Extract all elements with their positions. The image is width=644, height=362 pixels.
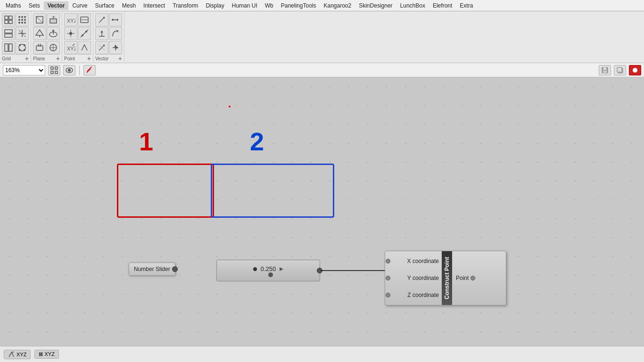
- vector-icon-1[interactable]: [95, 13, 108, 26]
- vector-label: Vector +: [95, 54, 122, 63]
- svg-point-49: [85, 31, 87, 33]
- svg-rect-77: [603, 71, 607, 73]
- pen-btn[interactable]: [83, 65, 96, 75]
- number-slider-node[interactable]: Number Slider: [129, 263, 175, 276]
- svg-point-48: [82, 34, 83, 36]
- grid-icon-3[interactable]: [2, 27, 15, 40]
- svg-line-85: [12, 352, 14, 357]
- grid-icon-1[interactable]: [2, 13, 15, 26]
- vector-icons-row2: [95, 41, 122, 54]
- menu-surface[interactable]: Surface: [91, 1, 118, 10]
- svg-rect-27: [50, 19, 57, 23]
- svg-rect-68: [51, 67, 53, 69]
- svg-point-11: [21, 22, 23, 24]
- plane-icon-1[interactable]: [33, 13, 46, 26]
- record-btn[interactable]: [629, 65, 641, 75]
- vector-icon-3[interactable]: [95, 27, 108, 40]
- point-label: Point +: [64, 54, 91, 63]
- menu-mesh[interactable]: Mesh: [118, 1, 140, 10]
- plane-icon-6[interactable]: [47, 41, 60, 54]
- menu-skindesigner[interactable]: SkinDesigner: [355, 1, 396, 10]
- status-bar: XYZ ⊠ XYZ: [0, 346, 644, 362]
- menu-curve[interactable]: Curve: [68, 1, 91, 10]
- plane-icon-2[interactable]: [47, 13, 60, 26]
- grid-icons: [2, 13, 29, 40]
- svg-rect-69: [55, 67, 58, 69]
- menu-maths[interactable]: Maths: [2, 1, 25, 10]
- slider-value-text: 0.250: [261, 265, 276, 272]
- construct-point-node[interactable]: X coordinate Y coordinate Z coordinate C…: [385, 251, 506, 305]
- x-coordinate-row: X coordinate: [388, 256, 439, 266]
- zoom-select[interactable]: 163%: [3, 65, 45, 75]
- construct-point-inputs: X coordinate Y coordinate Z coordinate: [385, 251, 442, 305]
- x-coordinate-label: X coordinate: [407, 258, 439, 264]
- vector-icon-6[interactable]: [109, 41, 122, 54]
- status-coords-widget[interactable]: ⊠ XYZ: [34, 350, 58, 359]
- menu-elefront[interactable]: Elefront: [429, 1, 456, 10]
- grid-label: Grid +: [2, 54, 29, 63]
- menu-sets[interactable]: Sets: [25, 1, 44, 10]
- point-icon-4[interactable]: [78, 27, 91, 40]
- point-icon-6[interactable]: [78, 41, 91, 54]
- grid-icon-2[interactable]: [16, 13, 29, 26]
- plane-icon-3[interactable]: [33, 27, 46, 40]
- menu-transform[interactable]: Transform: [169, 1, 202, 10]
- menu-extra[interactable]: Extra: [456, 1, 477, 10]
- vector-add-btn[interactable]: +: [118, 55, 122, 62]
- copy-btn[interactable]: [614, 65, 626, 75]
- point-icon-5[interactable]: XYZ: [64, 41, 77, 54]
- point-add-btn[interactable]: +: [87, 55, 91, 62]
- point-icon-3[interactable]: [64, 27, 77, 40]
- menu-intersect[interactable]: Intersect: [140, 1, 169, 10]
- menu-panelingtools[interactable]: PanelingTools: [277, 1, 320, 10]
- vector-icons: [95, 13, 122, 40]
- svg-text:XYZ: XYZ: [67, 18, 75, 24]
- svg-rect-35: [36, 46, 43, 50]
- svg-point-9: [24, 19, 26, 21]
- plane-icon-5[interactable]: [33, 41, 46, 54]
- slider-value-widget[interactable]: 0.250: [216, 260, 320, 281]
- vector-icon-2[interactable]: [109, 13, 122, 26]
- slider-thumb[interactable]: [268, 272, 273, 277]
- menu-kangaroo2[interactable]: Kangaroo2: [320, 1, 355, 10]
- grid-icon-4[interactable]: [16, 27, 29, 40]
- blue-selection-box: [211, 164, 334, 218]
- svg-line-47: [81, 30, 88, 37]
- plane-icon-4[interactable]: [47, 27, 60, 40]
- svg-text:XYZ: XYZ: [67, 46, 75, 51]
- slider-dot-icon: [253, 267, 257, 271]
- svg-point-73: [68, 69, 71, 72]
- plane-add-btn[interactable]: +: [56, 55, 60, 62]
- vector-icon-5[interactable]: [95, 41, 108, 54]
- canvas-area[interactable]: 1 2 Number Slider 0.250 X coordin: [0, 77, 644, 346]
- toolbar-group-plane: Plane +: [31, 11, 62, 63]
- y-input-port: [386, 276, 390, 280]
- separator: [79, 66, 80, 75]
- connection-line: [0, 77, 644, 346]
- grid-icon-6[interactable]: [16, 41, 29, 54]
- menu-humanui[interactable]: Human UI: [228, 1, 261, 10]
- eye-btn[interactable]: [63, 65, 75, 75]
- menu-vector[interactable]: Vector: [44, 1, 69, 10]
- plane-icons-row2: [33, 41, 60, 54]
- svg-rect-79: [617, 67, 622, 72]
- vector-icon-4[interactable]: [109, 27, 122, 40]
- grid-add-btn[interactable]: +: [25, 55, 29, 62]
- point-icon-2[interactable]: [78, 13, 91, 26]
- save-btn[interactable]: [599, 65, 611, 75]
- y-coordinate-label: Y coordinate: [407, 275, 439, 281]
- svg-marker-67: [116, 46, 118, 49]
- menu-wb[interactable]: Wb: [261, 1, 277, 10]
- fit-view-btn[interactable]: [48, 65, 60, 75]
- menu-lunchbox[interactable]: LunchBox: [396, 1, 429, 10]
- point-icon-1[interactable]: XYZ: [64, 13, 77, 26]
- svg-point-6: [24, 16, 26, 18]
- grid-icon-5[interactable]: [2, 41, 15, 54]
- menu-display[interactable]: Display: [202, 1, 228, 10]
- svg-marker-81: [280, 267, 283, 271]
- annotation-2: 2: [250, 127, 264, 156]
- svg-point-56: [112, 19, 114, 21]
- svg-line-74: [90, 67, 92, 68]
- status-xyz-widget[interactable]: XYZ: [4, 350, 31, 359]
- svg-rect-71: [55, 71, 58, 74]
